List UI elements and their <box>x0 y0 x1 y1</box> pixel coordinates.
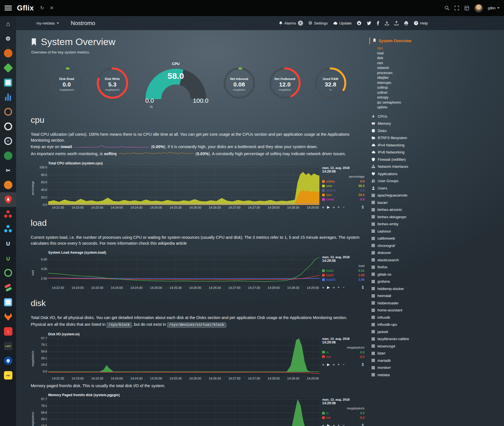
sidebar-app-unraid[interactable]: U <box>0 236 16 251</box>
chart-play-button[interactable]: ▶ <box>327 363 330 366</box>
help-button[interactable]: ? Help <box>414 21 428 25</box>
legend-system[interactable]: system2.3 <box>322 188 364 193</box>
menu-subitem-entropy[interactable]: entropy <box>377 95 440 100</box>
menu-subitem-ram[interactable]: ram <box>377 61 440 66</box>
chart-plot-area[interactable] <box>48 255 319 285</box>
export-button[interactable] <box>394 21 399 25</box>
chart-resize-handle[interactable]: ⇕ <box>361 205 364 209</box>
menu-item-binhex-delugevpn[interactable]: binhex-delugevpn <box>371 213 440 221</box>
menu-item-binhex-emby[interactable]: binhex-emby <box>371 220 440 228</box>
chart-zoom-in-button[interactable]: + <box>337 363 340 366</box>
sidebar-app-water-drop-app[interactable] <box>0 353 16 368</box>
chart-pan-left-button[interactable]: « <box>322 205 324 209</box>
server-dropdown[interactable]: my-netdata <box>24 21 63 25</box>
menu-item-ipv4-networking[interactable]: IPv4 Networking <box>371 142 440 149</box>
menu-item-hiddenloader[interactable]: hiddenloader <box>371 300 440 307</box>
menu-subitem-softirqs[interactable]: softirqs <box>377 85 440 90</box>
menu-item-bazarr[interactable]: bazarr <box>371 199 440 206</box>
menu-item-chronograf[interactable]: chronograf <box>371 242 440 249</box>
sidebar-app-green-hook-app[interactable]: ∪ <box>0 251 16 266</box>
menu-item-monitorr[interactable]: monitorr <box>371 364 440 371</box>
legend-load1[interactable]: load16.51 <box>322 268 364 273</box>
menu-subitem-idlejitter[interactable]: idlejitter <box>377 75 440 81</box>
legend-in[interactable]: in0.0 <box>322 411 364 415</box>
menu-item-hddtemp-docker[interactable]: hddtemp-docker <box>371 285 440 293</box>
menu-subitem-softnet[interactable]: softnet <box>377 90 440 95</box>
chart-plot-area[interactable] <box>48 398 319 426</box>
legend-out[interactable]: out-5.3 <box>322 354 364 359</box>
menu-item-netdata[interactable]: netdata <box>371 371 440 379</box>
sidebar-app-couchpotato[interactable]: ✂ <box>0 163 16 178</box>
search-icon[interactable] <box>445 6 449 10</box>
menu-item-influxdb[interactable]: influxdb <box>371 314 440 321</box>
menu-item-home-assistant[interactable]: home-assistant <box>371 307 440 314</box>
legend-softirq[interactable]: softirq0.0 <box>322 179 364 184</box>
chart-resize-handle[interactable]: ⇕ <box>361 423 364 426</box>
sidebar-app-jackett[interactable] <box>0 104 16 119</box>
menu-subitem-uptime[interactable]: uptime <box>377 105 440 110</box>
legend-user[interactable]: user35.3 <box>322 184 364 188</box>
chart-pan-right-button[interactable]: » <box>333 363 335 366</box>
chart-resize-handle[interactable]: ⇕ <box>361 362 364 367</box>
sidebar-app-netdata[interactable] <box>0 192 16 207</box>
sidebar-app-plex[interactable]: ✕ <box>0 134 16 148</box>
chart-pan-right-button[interactable]: » <box>333 286 335 289</box>
tab-editor-icon[interactable] <box>464 6 469 10</box>
menu-item-calibreweb[interactable]: calibreweb <box>371 235 440 242</box>
menu-item-users[interactable]: Users <box>371 185 440 192</box>
menu-subitem-interrupts[interactable]: interrupts <box>377 81 440 86</box>
menu-item-cpus[interactable]: CPUs <box>371 113 440 120</box>
menu-item-binhex-airsonic[interactable]: binhex-airsonic <box>371 206 440 213</box>
sidebar-app-airsonic[interactable] <box>0 90 16 104</box>
chart-pan-right-button[interactable]: » <box>333 423 335 426</box>
chart-plot-area[interactable] <box>48 166 319 205</box>
legend-iowait[interactable]: iowait0.0 <box>322 197 364 202</box>
settings-button[interactable]: ⚙Settings <box>308 21 328 25</box>
menu-item-firefox[interactable]: firefox <box>371 264 440 271</box>
menu-item-memory[interactable]: Memory <box>371 120 440 127</box>
menu-subitem-disk[interactable]: disk <box>377 56 440 61</box>
legend-load15[interactable]: load152.06 <box>322 277 364 282</box>
chart-plot-area[interactable] <box>48 337 319 376</box>
sidebar-app-heimdall[interactable] <box>0 295 16 309</box>
alarms-button[interactable]: Alarms 2 <box>279 21 303 26</box>
menu-subitem-cpu[interactable]: cpu <box>377 46 440 51</box>
legend-out[interactable]: out-5.2 <box>322 415 364 420</box>
menu-item-applications[interactable]: Applications <box>371 170 440 178</box>
gauge-net-inbound[interactable]: Net Inbound0.08megabits/s <box>220 66 259 102</box>
sidebar-app-red-dots-app[interactable] <box>0 207 16 222</box>
menu-subitem-load[interactable]: load <box>377 51 440 56</box>
chart-play-button[interactable]: ▶ <box>327 423 330 426</box>
sidebar-app-gitlab[interactable] <box>0 309 16 324</box>
legend-nice[interactable]: nice20.4 <box>322 193 364 197</box>
fullscreen-icon[interactable] <box>454 6 459 10</box>
wikipedia-link[interactable]: wikipedia article <box>158 241 187 246</box>
menu-item-grafana[interactable]: grafana <box>371 278 440 285</box>
sidebar-app-tautulli[interactable] <box>0 148 16 163</box>
github-button[interactable] <box>357 21 361 25</box>
menu-item-elasticsearch[interactable]: elasticsearch <box>371 257 440 264</box>
menu-subitem-network[interactable]: network <box>377 66 440 71</box>
menu-subitem-processes[interactable]: processes <box>377 71 440 76</box>
close-icon[interactable]: ✕ <box>50 6 54 10</box>
menu-subitem-ipc-semaphores[interactable]: ipc semaphores <box>377 100 440 105</box>
sidebar-app-pihole-pills[interactable] <box>0 280 16 295</box>
chart-zoom-in-button[interactable]: + <box>337 286 340 289</box>
gauge-disk-write[interactable]: Disk Write5.3megabytes/s <box>93 66 132 102</box>
chart-play-button[interactable]: ▶ <box>327 205 330 209</box>
user-menu[interactable]: gilbn <box>488 6 499 10</box>
menu-item-mariadb[interactable]: mariadb <box>371 357 440 364</box>
menu-item-firewall-netfilter-[interactable]: Firewall (netfilter) <box>371 156 440 163</box>
sidebar-app-duplicati[interactable] <box>0 75 16 90</box>
menu-item-user-groups[interactable]: User Groups <box>371 177 440 185</box>
sidebar-app-settings[interactable]: ⚙ <box>0 31 16 46</box>
gauge-disk-read[interactable]: Disk Read0.0megabytes/s <box>47 66 86 102</box>
menu-item-btrfs-filesystem[interactable]: BTRFS filesystem <box>371 134 440 142</box>
legend-load5[interactable]: load52.68 <box>322 273 364 277</box>
sidebar-app-monitorr[interactable]: ↓ <box>0 324 16 339</box>
facebook-button[interactable] <box>377 21 379 25</box>
sidebar-app-emby[interactable] <box>0 61 16 75</box>
chart-pan-left-button[interactable]: « <box>322 363 324 366</box>
chart-zoom-in-button[interactable]: + <box>337 205 340 209</box>
chart-pan-left-button[interactable]: « <box>322 286 324 289</box>
